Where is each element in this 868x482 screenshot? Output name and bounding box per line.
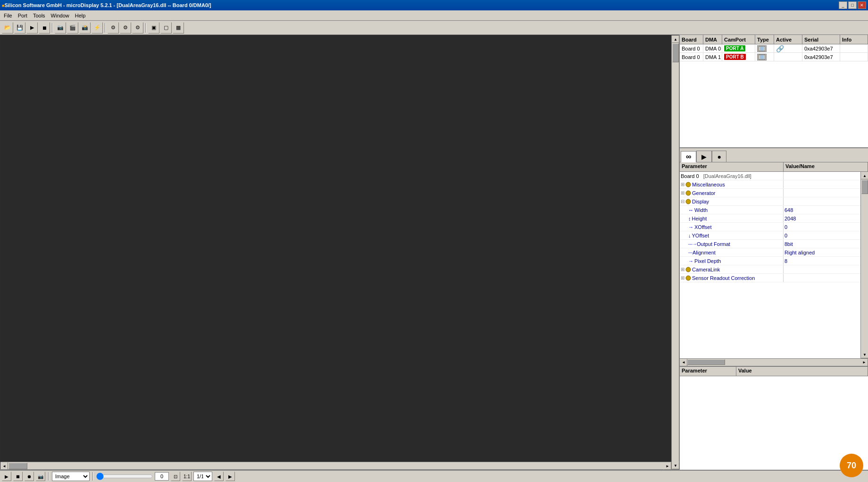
detail-th-val[interactable]: Value [736, 367, 868, 376]
tab-1[interactable]: ▶ [696, 151, 712, 162]
menu-port[interactable]: Port [15, 12, 30, 19]
port-b-badge: PORT B [724, 54, 746, 60]
th-board[interactable]: Board [680, 35, 703, 44]
snap-btn[interactable]: 📷 [36, 472, 45, 481]
toolbar-open[interactable]: 📂 [2, 22, 13, 34]
param-row-board[interactable]: Board 0 [DualAreaGray16.dll] [680, 172, 860, 180]
td-type-1 [755, 53, 774, 61]
param-row-yoffset[interactable]: ↓ YOffset 0 [680, 231, 860, 240]
param-row-sensor[interactable]: ⊞ Sensor Readout Correction [680, 274, 860, 282]
close-button[interactable]: ✕ [858, 1, 866, 9]
param-scroll-thumb[interactable] [861, 180, 868, 194]
expand-display: ⊟ [681, 199, 684, 204]
zoom-actual-btn[interactable]: 1:1 [182, 472, 192, 481]
param-val-gen [784, 189, 860, 197]
board-row[interactable]: Board 0 DMA 0 PORT A 🔗 0xa42903e7 [680, 44, 868, 53]
record-btn[interactable]: ⏺ [25, 472, 34, 481]
param-row-gen[interactable]: ⊞ Generator [680, 189, 860, 197]
param-hscroll-thumb[interactable] [687, 359, 725, 365]
canvas-scrollbar-v[interactable]: ▲ ▼ [671, 35, 679, 469]
th-type[interactable]: Type [755, 35, 774, 44]
toolbar-settings2[interactable]: ⚙ [120, 22, 131, 34]
stop-btn[interactable]: ⏹ [13, 472, 23, 481]
param-row-width[interactable]: ↔ Width 648 [680, 206, 860, 214]
param-scroll-down[interactable]: ▼ [861, 351, 868, 358]
toolbar-settings3[interactable]: ⚙ [132, 22, 143, 34]
td-dma-0: DMA 0 [703, 44, 722, 52]
param-hscroll-right[interactable]: ► [860, 359, 868, 366]
toolbar-grab[interactable]: 📷 [55, 22, 66, 34]
toolbar-view2[interactable]: ▢ [160, 22, 172, 34]
td-active-0: 🔗 [774, 44, 802, 52]
scroll-up-btn[interactable]: ▲ [672, 35, 679, 43]
scroll-left-btn[interactable]: ◄ [0, 462, 8, 470]
toolbar-view3[interactable]: ▦ [173, 22, 184, 34]
menu-file[interactable]: File [1, 12, 15, 19]
toolbar-save[interactable]: 💾 [14, 22, 25, 34]
th-dma[interactable]: DMA [703, 35, 722, 44]
th-camport[interactable]: CamPort [722, 35, 755, 44]
param-hscroll-left[interactable]: ◄ [680, 359, 687, 366]
board-row[interactable]: Board 0 DMA 1 PORT B 0xa42903e7 [680, 53, 868, 61]
page-select[interactable]: 1/1 [193, 472, 212, 481]
zoom-value-input[interactable] [155, 472, 169, 481]
canvas-scrollbar-h[interactable]: ◄ ► [0, 462, 671, 469]
scroll-thumb-h[interactable] [8, 463, 27, 469]
param-row-xoffset[interactable]: → XOffset 0 [680, 223, 860, 231]
param-th-parameter[interactable]: Parameter [680, 162, 784, 171]
param-th-value[interactable]: Value/Name [784, 162, 868, 171]
zoom-fit-btn[interactable]: ⊡ [171, 472, 180, 481]
tab-2[interactable]: ● [712, 151, 726, 162]
next-page-btn[interactable]: ▶ [225, 472, 235, 481]
menu-bar: File Port Tools Window Help [0, 10, 868, 21]
bottom-detail-header: Parameter Value [680, 367, 868, 376]
right-panel: Board DMA CamPort Type Active Serial Inf… [679, 35, 868, 470]
zoom-slider[interactable] [96, 473, 153, 480]
scroll-thumb-v[interactable] [672, 43, 679, 62]
param-row-outfmt[interactable]: ---→ Output Format 8bit [680, 240, 860, 248]
param-row-pixdepth[interactable]: → Pixel Depth 8 [680, 257, 860, 265]
svg-point-5 [686, 191, 691, 195]
param-scroll-up[interactable]: ▲ [861, 172, 868, 179]
minimize-button[interactable]: _ [839, 1, 847, 9]
toolbar-burst[interactable]: ⚡ [92, 22, 103, 34]
image-label-select[interactable]: Image [52, 472, 90, 481]
param-val-align: Right aligned [784, 248, 860, 256]
maximize-button[interactable]: □ [848, 1, 857, 9]
menu-window[interactable]: Window [48, 12, 72, 19]
param-scrollbar-v[interactable]: ▲ ▼ [860, 172, 868, 358]
svg-rect-3 [760, 55, 764, 59]
td-info-1 [840, 53, 868, 61]
param-row-misc[interactable]: ⊞ Miscellaneous [680, 180, 860, 189]
bar-sep2 [92, 472, 93, 481]
param-row-align[interactable]: --- Alignment Right aligned [680, 248, 860, 257]
menu-help[interactable]: Help [72, 12, 89, 19]
param-row-height[interactable]: ↕ Height 2048 [680, 214, 860, 223]
toolbar-view1[interactable]: ▣ [148, 22, 159, 34]
detail-th-param[interactable]: Parameter [680, 367, 736, 376]
board-table-header: Board DMA CamPort Type Active Serial Inf… [680, 35, 868, 44]
th-info[interactable]: Info [840, 35, 868, 44]
param-h-scroll[interactable]: ◄ ► [680, 358, 868, 366]
toolbar-btn3[interactable]: ▶ [26, 22, 38, 34]
toolbar-btn4[interactable]: ⏹ [39, 22, 50, 34]
menu-tools[interactable]: Tools [30, 12, 48, 19]
toolbar-settings1[interactable]: ⚙ [108, 22, 119, 34]
scroll-down-btn[interactable]: ▼ [672, 462, 679, 469]
toolbar-live[interactable]: 🎬 [67, 22, 78, 34]
prev-page-btn[interactable]: ◀ [214, 472, 224, 481]
scroll-right-btn[interactable]: ► [664, 462, 671, 470]
type-icon-1 [757, 54, 767, 60]
toolbar-snap[interactable]: 📸 [79, 22, 91, 34]
param-tree-content: Board 0 [DualAreaGray16.dll] ⊞ Miscellan… [680, 172, 860, 358]
td-camport-0: PORT A [722, 44, 755, 52]
tab-0[interactable]: ∞ [681, 151, 696, 162]
param-row-display[interactable]: ⊟ Display [680, 197, 860, 206]
th-serial[interactable]: Serial [802, 35, 840, 44]
param-val-pixdepth: 8 [784, 257, 860, 265]
play-btn[interactable]: ▶ [2, 472, 11, 481]
td-active-1 [774, 53, 802, 61]
param-row-camlink[interactable]: ⊞ CameraLink [680, 265, 860, 274]
th-active[interactable]: Active [774, 35, 802, 44]
port-a-badge: PORT A [724, 45, 745, 51]
